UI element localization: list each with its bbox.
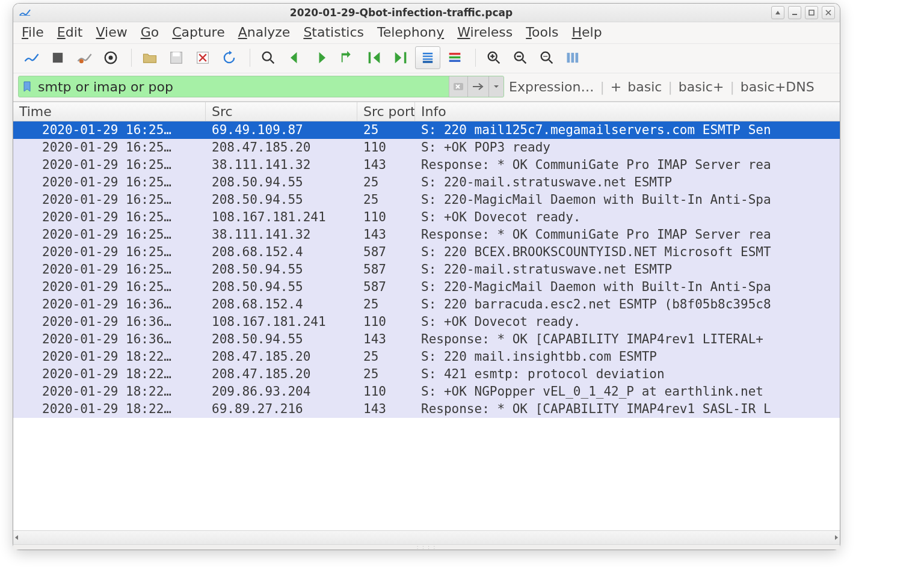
minimize-button[interactable] [788, 6, 801, 19]
menu-file[interactable]: File [22, 25, 44, 40]
display-filter-field[interactable] [18, 76, 504, 97]
table-row[interactable]: 2020-01-29 18:22…209.86.93.204110S: +OK … [13, 383, 840, 400]
cell-srcport: 143 [357, 156, 415, 173]
menu-telephony[interactable]: Telephony [377, 25, 444, 40]
scroll-track[interactable] [26, 535, 827, 541]
svg-rect-14 [449, 60, 461, 63]
cell-time: 2020-01-29 16:25… [13, 156, 206, 173]
bookmark-icon[interactable] [19, 81, 35, 93]
menu-edit[interactable]: Edit [57, 25, 83, 40]
find-packet-icon[interactable] [256, 47, 280, 69]
table-row[interactable]: 2020-01-29 16:25…38.111.141.32143Respons… [13, 226, 840, 244]
restart-capture-icon[interactable] [72, 47, 96, 69]
maximize-button[interactable] [805, 6, 818, 19]
filter-basic-button[interactable]: basic [627, 79, 662, 94]
reload-file-icon[interactable] [217, 47, 241, 69]
menu-tools[interactable]: Tools [526, 25, 558, 40]
menu-statistics[interactable]: Statistics [303, 25, 364, 40]
table-row[interactable]: 2020-01-29 16:25…208.68.152.4587S: 220 B… [13, 244, 840, 261]
table-row[interactable]: 2020-01-29 16:36…208.68.152.425S: 220 ba… [13, 296, 840, 313]
table-row[interactable]: 2020-01-29 16:25…69.49.109.8725S: 220 ma… [13, 121, 840, 139]
svg-rect-12 [449, 53, 461, 55]
cell-time: 2020-01-29 16:25… [13, 139, 206, 156]
table-row[interactable]: 2020-01-29 16:25…208.50.94.5525S: 220-ma… [13, 174, 840, 191]
cell-info: S: 220 mail125c7.megamailservers.com ESM… [415, 121, 840, 138]
table-row[interactable]: 2020-01-29 16:36…108.167.181.241110S: +O… [13, 313, 840, 331]
resize-columns-icon[interactable] [561, 47, 585, 69]
menu-view[interactable]: View [96, 25, 127, 40]
filter-basicdns-button[interactable]: basic+DNS [741, 79, 815, 94]
apply-filter-icon[interactable] [467, 76, 488, 97]
zoom-out-icon[interactable] [508, 47, 532, 69]
zoom-reset-icon[interactable] [535, 47, 559, 69]
table-row[interactable]: 2020-01-29 16:25…208.47.185.20110S: +OK … [13, 139, 840, 156]
table-row[interactable]: 2020-01-29 16:25…208.50.94.55587S: 220-M… [13, 278, 840, 296]
table-row[interactable]: 2020-01-29 18:22…208.47.185.2025S: 220 m… [13, 348, 840, 366]
cell-info: Response: * OK CommuniGate Pro IMAP Serv… [415, 156, 840, 173]
scroll-left-icon[interactable] [13, 533, 20, 542]
clear-filter-icon[interactable] [449, 76, 467, 97]
go-first-icon[interactable] [362, 47, 386, 69]
col-time[interactable]: Time [13, 102, 206, 121]
cell-time: 2020-01-29 16:25… [13, 244, 206, 260]
go-back-icon[interactable] [283, 47, 307, 69]
table-row[interactable]: 2020-01-29 16:25…208.50.94.55587S: 220-m… [13, 261, 840, 278]
filter-dropdown-icon[interactable] [488, 76, 504, 97]
menu-help[interactable]: Help [571, 25, 602, 40]
start-capture-icon[interactable] [19, 47, 43, 69]
cell-srcport: 110 [357, 313, 415, 330]
table-row[interactable]: 2020-01-29 16:25…208.50.94.5525S: 220-Ma… [13, 191, 840, 209]
go-forward-icon[interactable] [309, 47, 333, 69]
cell-time: 2020-01-29 16:36… [13, 313, 206, 330]
svg-rect-20 [576, 53, 579, 63]
table-row[interactable]: 2020-01-29 16:25…108.167.181.241110S: +O… [13, 209, 840, 226]
menu-wireless[interactable]: Wireless [457, 25, 513, 40]
titlebar: 2020-01-29-Qbot-infection-traffic.pcap [13, 4, 840, 22]
col-src[interactable]: Src [206, 102, 357, 121]
table-row[interactable]: 2020-01-29 16:25…38.111.141.32143Respons… [13, 156, 840, 174]
cell-time: 2020-01-29 16:25… [13, 191, 206, 208]
stop-capture-icon[interactable] [46, 47, 70, 69]
menu-analyze[interactable]: Analyze [238, 25, 291, 40]
filter-add-button[interactable]: + [611, 79, 621, 94]
save-file-icon[interactable] [164, 47, 188, 69]
cell-info: Response: * OK [CAPABILITY IMAP4rev1 SAS… [415, 400, 840, 417]
col-srcport[interactable]: Src port [357, 102, 415, 121]
colorize-icon[interactable] [443, 47, 467, 69]
filter-bar: Expression… | + basic | basic+ | basic+D… [13, 73, 840, 102]
autoscroll-icon[interactable] [415, 46, 440, 69]
go-jump-icon[interactable] [336, 47, 360, 69]
resize-grip[interactable]: : : : : [13, 544, 840, 550]
cell-src: 208.47.185.20 [206, 348, 357, 365]
window-up-button[interactable] [771, 6, 784, 19]
cell-info: Response: * OK [CAPABILITY IMAP4rev1 LIT… [415, 331, 840, 348]
svg-rect-0 [792, 14, 797, 15]
cell-src: 108.167.181.241 [206, 209, 357, 225]
svg-point-9 [263, 52, 271, 61]
horizontal-scrollbar[interactable] [13, 530, 840, 544]
packet-list-body[interactable]: 2020-01-29 16:25…69.49.109.8725S: 220 ma… [13, 121, 840, 530]
table-row[interactable]: 2020-01-29 18:22…69.89.27.216143Response… [13, 400, 840, 418]
capture-options-icon[interactable] [99, 47, 123, 69]
cell-info: S: 220 mail.insightbb.com ESMTP [415, 348, 840, 365]
packet-list: Time Src Src port Info 2020-01-29 16:25…… [13, 102, 840, 530]
display-filter-input[interactable] [35, 78, 449, 96]
cell-srcport: 587 [357, 261, 415, 278]
expression-button[interactable]: Expression… [509, 79, 594, 94]
table-row[interactable]: 2020-01-29 18:22…208.47.185.2025S: 421 e… [13, 366, 840, 383]
menu-go[interactable]: Go [141, 25, 159, 40]
cell-time: 2020-01-29 16:36… [13, 296, 206, 313]
close-file-icon[interactable] [191, 47, 215, 69]
filter-basicplus-button[interactable]: basic+ [679, 79, 724, 94]
close-button[interactable] [822, 6, 835, 19]
zoom-in-icon[interactable] [482, 47, 506, 69]
cell-info: S: +OK NGPopper vEL_0_1_42_P at earthlin… [415, 383, 840, 400]
cell-srcport: 143 [357, 331, 415, 348]
scroll-right-icon[interactable] [833, 533, 840, 542]
menu-capture[interactable]: Capture [172, 25, 225, 40]
open-file-icon[interactable] [138, 47, 162, 69]
col-info[interactable]: Info [415, 102, 840, 121]
go-last-icon[interactable] [389, 47, 413, 69]
table-row[interactable]: 2020-01-29 16:36…208.50.94.55143Response… [13, 331, 840, 348]
svg-point-3 [79, 59, 84, 63]
